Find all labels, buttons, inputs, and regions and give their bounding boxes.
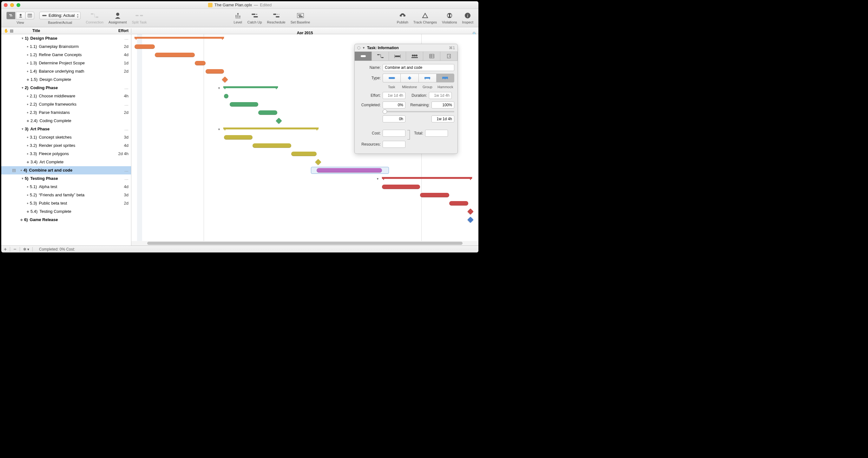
- inspector-tab-resources[interactable]: [406, 52, 423, 61]
- add-button[interactable]: +: [4, 247, 7, 252]
- chevron-down-icon[interactable]: ▼: [20, 177, 25, 180]
- task-bar[interactable]: [224, 94, 228, 98]
- name-input[interactable]: [382, 64, 454, 71]
- task-row[interactable]: ●3.2)Render pixel sprites4d: [1, 141, 131, 150]
- chevron-down-icon[interactable]: ▼: [131, 37, 132, 40]
- milestone-marker[interactable]: [467, 208, 474, 215]
- zoom-window-button[interactable]: [17, 3, 20, 7]
- inspector-disclosure-icon[interactable]: ▼: [362, 46, 365, 50]
- inspector-close-button[interactable]: [357, 46, 361, 50]
- type-hammock-button[interactable]: [436, 74, 454, 83]
- task-row[interactable]: ◆6)Game Release: [1, 216, 131, 224]
- effort-input[interactable]: [382, 92, 405, 99]
- task-row[interactable]: ●5.3)Public beta test2d: [1, 199, 131, 207]
- task-row[interactable]: ●2.3)Parse framistans2d: [1, 108, 131, 117]
- task-row[interactable]: ▼2)Coding Phase…: [1, 84, 131, 92]
- milestone-marker[interactable]: [467, 217, 474, 223]
- type-milestone-button[interactable]: [400, 74, 418, 83]
- inspector-tab-dependencies[interactable]: [372, 52, 389, 61]
- task-row[interactable]: ●3.1)Concept sketches3d: [1, 133, 131, 141]
- task-bar[interactable]: [258, 110, 277, 115]
- effort-column-header[interactable]: Effort: [115, 29, 131, 33]
- task-bar[interactable]: [382, 185, 420, 189]
- task-bar[interactable]: [134, 44, 155, 49]
- group-bar[interactable]: [223, 128, 318, 131]
- task-bar[interactable]: [155, 53, 195, 57]
- gear-menu-button[interactable]: ✻ ▾: [23, 247, 29, 252]
- resources-cost-input[interactable]: [382, 141, 405, 148]
- chevron-down-icon[interactable]: ▼: [218, 128, 220, 131]
- remaining-hours-input[interactable]: [431, 116, 454, 123]
- view-resources-button[interactable]: [16, 12, 25, 19]
- set-baseline-button[interactable]: [296, 12, 305, 19]
- task-row[interactable]: ◆1.5)Design Complete: [1, 75, 131, 84]
- chevron-down-icon[interactable]: ▼: [218, 87, 220, 90]
- remove-button[interactable]: −: [13, 247, 16, 252]
- task-row[interactable]: ▤●4)Combine art and code…: [1, 166, 131, 174]
- group-bar[interactable]: [134, 37, 224, 40]
- publish-button[interactable]: [398, 12, 407, 19]
- inspector-tab-attachments[interactable]: [440, 52, 458, 61]
- chevron-down-icon[interactable]: ▼: [20, 37, 25, 40]
- task-bar[interactable]: [449, 201, 468, 205]
- remaining-input[interactable]: [431, 101, 454, 108]
- task-row[interactable]: ▼3)Art Phase…: [1, 125, 131, 133]
- task-row[interactable]: ◆3.4)Art Complete: [1, 158, 131, 166]
- group-bar[interactable]: [382, 177, 472, 180]
- type-group-button[interactable]: [418, 74, 436, 83]
- task-row[interactable]: ●3.3)Fleece polygons2d 4h: [1, 150, 131, 158]
- task-bar[interactable]: [420, 193, 449, 197]
- task-row[interactable]: ●5.2)“Friends and family” beta3d: [1, 191, 131, 199]
- inspect-button[interactable]: i: [463, 12, 472, 19]
- task-bar[interactable]: [252, 143, 291, 148]
- title-column-header[interactable]: Title: [18, 29, 115, 33]
- task-row[interactable]: ●1.4)Balance underlying math2d: [1, 67, 131, 75]
- horizontal-scrollbar[interactable]: [131, 241, 478, 246]
- task-bar[interactable]: [291, 152, 317, 156]
- view-gantt-button[interactable]: [6, 12, 15, 19]
- completion-slider[interactable]: [382, 111, 454, 112]
- track-changes-button[interactable]: [421, 12, 430, 19]
- inspector-tab-notes[interactable]: [423, 52, 440, 61]
- task-row[interactable]: ●1.2)Refine Game Concepts4d: [1, 51, 131, 59]
- inspector-tab-scheduling[interactable]: [389, 52, 406, 61]
- task-bar[interactable]: [195, 61, 206, 65]
- total-input[interactable]: [425, 130, 448, 137]
- task-bar[interactable]: [230, 102, 258, 106]
- task-row[interactable]: ▼5)Testing Phase…: [1, 174, 131, 183]
- chevron-down-icon[interactable]: ▼: [20, 86, 25, 90]
- hammock-bar[interactable]: [317, 168, 382, 172]
- minimize-window-button[interactable]: [10, 3, 14, 7]
- milestone-marker[interactable]: [222, 76, 228, 83]
- task-row[interactable]: ●1.3)Determine Project Scope1d: [1, 59, 131, 67]
- assignment-button[interactable]: [113, 12, 122, 19]
- chevron-down-icon[interactable]: ▼: [20, 128, 25, 131]
- cost-input[interactable]: [382, 130, 405, 137]
- task-row[interactable]: ◆5.4)Testing Complete: [1, 207, 131, 216]
- task-title: Choose middleware: [39, 94, 75, 98]
- view-calendar-button[interactable]: [25, 12, 34, 19]
- inspector-tab-info[interactable]: [355, 52, 372, 61]
- task-row[interactable]: ▼1)Design Phase…: [1, 34, 131, 42]
- task-row[interactable]: ●1.1)Gameplay Brainstorm2d: [1, 42, 131, 51]
- duration-input[interactable]: [429, 92, 452, 99]
- task-row[interactable]: ●2.1)Choose middleware4h: [1, 92, 131, 100]
- catch-up-button[interactable]: [250, 12, 259, 19]
- milestone-marker[interactable]: [276, 118, 282, 124]
- task-row[interactable]: ◆2.4)Coding Complete: [1, 117, 131, 125]
- milestone-marker[interactable]: [315, 159, 321, 165]
- type-task-button[interactable]: [382, 74, 400, 83]
- close-window-button[interactable]: [4, 3, 8, 7]
- task-bar[interactable]: [224, 135, 252, 139]
- completed-hours-input[interactable]: [382, 116, 405, 123]
- chevron-down-icon[interactable]: ▼: [376, 177, 379, 181]
- task-row[interactable]: ●2.2)Compile frameworks…: [1, 100, 131, 108]
- baseline-actual-selector[interactable]: Editing: Actual ▴▾: [39, 12, 81, 19]
- completed-input[interactable]: [382, 101, 405, 108]
- group-bar[interactable]: [223, 86, 278, 90]
- level-button[interactable]: [234, 12, 242, 19]
- task-row[interactable]: ●5.1)Alpha test4d: [1, 183, 131, 191]
- reschedule-button[interactable]: [272, 12, 281, 19]
- violations-button[interactable]: [445, 12, 454, 19]
- task-bar[interactable]: [206, 69, 224, 74]
